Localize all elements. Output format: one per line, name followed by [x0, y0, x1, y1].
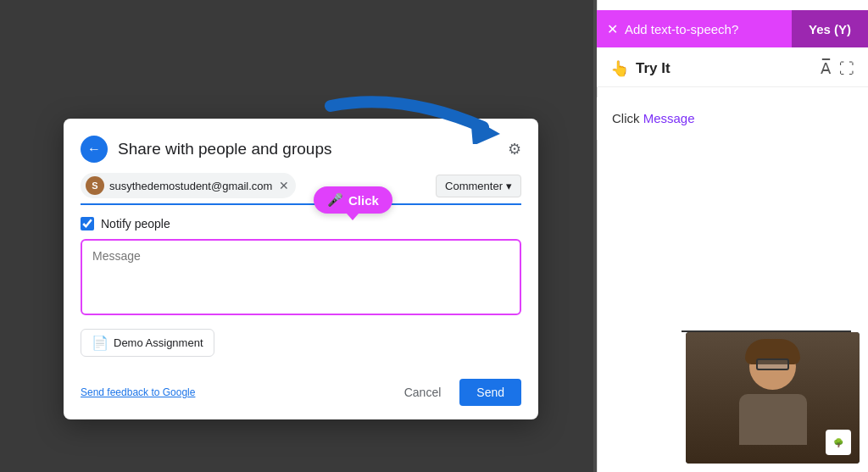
click-tooltip-mic-icon: 🎤: [327, 192, 343, 208]
click-tooltip-label: Click: [348, 193, 379, 208]
person-body: [739, 394, 807, 445]
commenter-dropdown[interactable]: Commenter ▾: [436, 175, 521, 197]
dropdown-arrow-icon: ▾: [506, 180, 512, 192]
try-it-header: 👆 Try It A̅ ⛶: [597, 47, 868, 87]
doc-attachment[interactable]: 📄 Demo Assignment: [81, 329, 214, 357]
email-row: S susythedemostudent@gmail.com ✕ Comment…: [81, 173, 521, 205]
dialog-body: S susythedemostudent@gmail.com ✕ Comment…: [64, 173, 538, 370]
back-arrow-icon: ←: [87, 142, 101, 157]
person-glasses: [756, 358, 789, 370]
message-textarea[interactable]: [81, 239, 521, 315]
dialog-gear-icon[interactable]: ⚙: [508, 140, 521, 158]
doc-icon: 📄: [92, 335, 108, 351]
instruction-prefix: Click: [612, 111, 640, 125]
try-it-content: Click Message: [597, 97, 868, 140]
tts-bar: ✕ Add text-to-speech? Yes (Y): [597, 10, 868, 47]
try-it-expand-button[interactable]: ⛶: [839, 60, 854, 78]
instruction-highlight: Message: [643, 111, 695, 125]
email-chip-close-icon[interactable]: ✕: [279, 179, 289, 192]
share-dialog: ← Share with people and groups ⚙ S susyt…: [64, 119, 538, 419]
video-logo: 🌳: [826, 430, 851, 455]
email-text: susythedemostudent@gmail.com: [109, 180, 272, 192]
svg-marker-1: [470, 117, 500, 144]
dialog-footer: Send feedback to Google Cancel Send: [64, 370, 538, 419]
attachment-label: Demo Assignment: [114, 336, 203, 349]
footer-buttons: Cancel Send: [394, 379, 521, 406]
blue-arrow: [322, 93, 509, 144]
notify-checkbox[interactable]: [81, 217, 94, 230]
person-silhouette: [722, 343, 824, 453]
try-it-instruction: Click Message: [612, 111, 695, 125]
tts-bar-left: ✕ Add text-to-speech?: [607, 21, 738, 37]
try-it-left: 👆 Try It: [610, 59, 670, 78]
right-panel: ✕ Add text-to-speech? Yes (Y) 👆 Try It A…: [597, 0, 868, 472]
try-it-translate-button[interactable]: A̅: [821, 59, 831, 78]
email-avatar: S: [86, 176, 104, 195]
video-thumbnail: 🌳: [686, 332, 860, 464]
click-tooltip: 🎤 Click: [314, 186, 392, 214]
try-it-hand-icon: 👆: [610, 59, 629, 78]
try-it-title: Try It: [636, 60, 670, 77]
tts-message: Add text-to-speech?: [625, 22, 738, 36]
dialog-back-button[interactable]: ←: [81, 136, 108, 163]
video-person: 🌳: [686, 332, 860, 464]
try-it-actions: A̅ ⛶: [821, 59, 854, 78]
email-chip: S susythedemostudent@gmail.com ✕: [81, 173, 296, 198]
cancel-button[interactable]: Cancel: [394, 379, 452, 406]
feedback-link[interactable]: Send feedback to Google: [81, 386, 195, 398]
tts-close-icon[interactable]: ✕: [607, 21, 618, 37]
person-head: [749, 343, 796, 390]
notify-label: Notify people: [101, 217, 170, 230]
tts-yes-button[interactable]: Yes (Y): [792, 10, 868, 47]
commenter-label: Commenter: [445, 180, 503, 192]
send-button[interactable]: Send: [459, 379, 521, 406]
notify-row: Notify people: [81, 217, 521, 230]
